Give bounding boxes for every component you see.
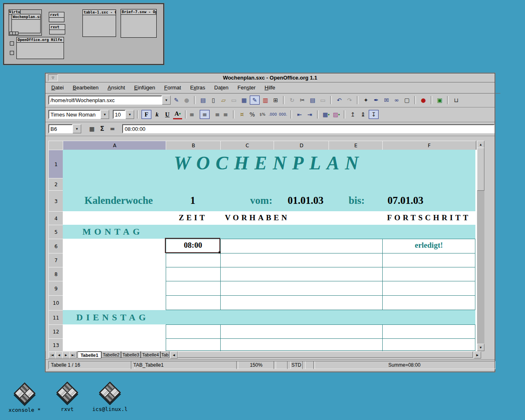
column-header-F[interactable]: F <box>382 141 476 151</box>
print-icon[interactable]: ⊞ <box>271 96 280 104</box>
save-all-icon[interactable]: ▦ <box>240 96 249 104</box>
record-icon[interactable]: ● <box>419 96 428 104</box>
row-header-2[interactable]: 2 <box>48 178 64 191</box>
row-header-5[interactable]: 5 <box>48 225 64 240</box>
standard-format-icon[interactable]: $% <box>258 110 267 119</box>
scroll-down-button[interactable]: ▼ <box>477 344 484 351</box>
vertical-scroll-thumb[interactable] <box>477 148 484 191</box>
stylist-icon[interactable]: ✒ <box>372 96 381 104</box>
navigator-icon[interactable]: ✦ <box>361 96 370 104</box>
last-sheet-button[interactable]: ▶| <box>69 352 77 358</box>
title-bar[interactable]: ▽ Wochenplan.sxc - OpenOffice.org 1.1 <box>46 73 495 82</box>
next-sheet-button[interactable]: ▶ <box>62 352 70 358</box>
status-sum[interactable]: Summe=08:00 <box>313 361 495 369</box>
desktop-icon-xconsole[interactable]: xconsole * <box>7 382 43 413</box>
redo-icon[interactable]: ↷ <box>345 96 354 104</box>
column-header-A[interactable]: A <box>63 141 167 151</box>
row-header-13[interactable]: 13 <box>48 338 64 352</box>
row-header-3[interactable]: 3 <box>48 190 64 212</box>
align-center-button[interactable]: ≡ <box>200 110 210 119</box>
row-header-7[interactable]: 7 <box>48 253 64 268</box>
url-combo[interactable]: /home/rolf/Wochenplan.sxc ▼ <box>48 96 171 105</box>
borders-button[interactable]: ▦▾ <box>322 110 331 119</box>
edit-file-icon[interactable]: ✎ <box>172 96 181 104</box>
column-header-E[interactable]: E <box>329 141 383 151</box>
select-all-corner[interactable] <box>48 141 64 151</box>
tab-tabelle2[interactable]: Tabelle2 <box>101 352 121 358</box>
first-sheet-button[interactable]: |◀ <box>48 352 56 358</box>
cell-reference-combo[interactable]: B6 ▼ <box>48 124 81 133</box>
column-header-C[interactable]: C <box>220 141 274 151</box>
previous-sheet-button[interactable]: ◀ <box>55 352 63 358</box>
italic-button[interactable]: k <box>153 110 162 119</box>
menu-datei[interactable]: Datei <box>51 84 64 91</box>
function-wizard-icon[interactable]: ▦ <box>87 125 96 133</box>
hscroll-right-button[interactable]: ▶ <box>474 352 481 358</box>
hyperlink-icon[interactable]: ∞ <box>392 96 401 104</box>
pager-window-wochenplan-frame[interactable]: Virtu Wochenplan.sx <box>9 9 42 36</box>
export-pdf-icon[interactable]: ▥ <box>261 96 270 104</box>
percent-format-icon[interactable]: % <box>248 110 257 119</box>
save-document-icon[interactable]: ▭ <box>229 96 238 104</box>
horizontal-scrollbar[interactable] <box>178 352 473 358</box>
gallery-icon[interactable]: ▣ <box>435 96 444 104</box>
desktop-icon-rxvt[interactable]: rxvt <box>49 381 85 412</box>
column-header-B[interactable]: B <box>166 141 221 151</box>
add-decimal-icon[interactable]: .000 <box>268 110 277 119</box>
increase-indent-icon[interactable]: ⇥ <box>305 110 314 119</box>
pager-window-hilfe[interactable]: OpenOffice.org Hilfe - <box>16 37 64 59</box>
url-field[interactable]: /home/rolf/Wochenplan.sxc <box>48 96 162 105</box>
font-size-field[interactable]: 10 <box>113 110 126 119</box>
justify-button[interactable]: ≡ <box>221 110 230 119</box>
archive-icon[interactable]: ⊔ <box>452 96 461 104</box>
paste-icon[interactable]: ▭ <box>318 96 327 104</box>
row-header-1[interactable]: 1 <box>48 150 64 179</box>
pager-window-brief7[interactable]: Brief-7.sxw - Ope <box>121 9 157 38</box>
copy-icon[interactable]: ▤ <box>308 96 317 104</box>
font-color-button[interactable]: A▾ <box>173 110 182 119</box>
font-size-combo[interactable]: 10 ▼ <box>113 110 134 119</box>
menu-hilfe[interactable]: Hilfe <box>265 84 275 91</box>
cell-cursor[interactable] <box>165 238 220 253</box>
row-header-8[interactable]: 8 <box>48 267 64 282</box>
column-header-D[interactable]: D <box>274 141 329 151</box>
font-name-combo[interactable]: Times New Roman ▼ <box>48 110 109 119</box>
pager-window-wochenplan[interactable]: Wochenplan.sx <box>11 14 41 33</box>
cell-reference-field[interactable]: B6 <box>48 124 73 133</box>
virtual-desktop-pager[interactable]: Virtu Wochenplan.sx rxvt rxvt table-1.sx… <box>3 3 164 65</box>
cut-icon[interactable]: ✂ <box>298 96 307 104</box>
url-dropdown-button[interactable]: ▼ <box>162 96 171 105</box>
vertical-scrollbar[interactable]: ▲ ▼ <box>477 141 484 351</box>
mail-document-icon[interactable]: ✉ <box>382 96 391 104</box>
menu-bearbeiten[interactable]: Bearbeiten <box>73 84 98 91</box>
row-header-6[interactable]: 6 <box>48 239 64 254</box>
desktop-icon-linux-session[interactable]: ics@linux.l <box>92 381 128 412</box>
cell-reference-dropdown[interactable]: ▼ <box>73 124 81 133</box>
undo-icon[interactable]: ↶ <box>335 96 344 104</box>
valign-top-button[interactable]: ↥ <box>348 110 357 119</box>
row-header-12[interactable]: 12 <box>48 324 64 339</box>
pager-window-rxvt-1[interactable]: rxvt <box>49 12 64 22</box>
hscroll-left-button[interactable]: ◀ <box>170 352 178 358</box>
pager-window-table1[interactable]: table-1.sxc - Op <box>82 9 116 37</box>
align-left-button[interactable]: ≡ <box>189 110 199 119</box>
formula-input-line[interactable]: 08:00:00 <box>122 124 495 133</box>
background-color-button[interactable]: ▨▾ <box>332 110 341 119</box>
tab-tabelle3[interactable]: Tabelle3 <box>121 352 141 358</box>
tab-tabelle5-clipped[interactable]: Tab <box>160 352 169 358</box>
valign-bottom-button[interactable]: ↧ <box>369 110 379 119</box>
fill-handle[interactable] <box>219 251 221 253</box>
row-header-4[interactable]: 4 <box>48 211 64 226</box>
edit-mode-icon[interactable]: ✎ <box>250 96 260 105</box>
font-name-dropdown[interactable]: ▼ <box>100 110 109 119</box>
row-header-11[interactable]: 11 <box>48 310 64 325</box>
new-document-icon[interactable]: ▯ <box>209 96 218 104</box>
delete-decimal-icon[interactable]: 000. <box>278 110 288 119</box>
open-document-icon[interactable]: ▱ <box>219 96 228 104</box>
scroll-up-button[interactable]: ▲ <box>477 141 484 148</box>
menu-daten[interactable]: Daten <box>214 84 228 91</box>
font-name-field[interactable]: Times New Roman <box>48 110 100 119</box>
status-zoom[interactable]: 150% <box>236 361 276 369</box>
new-from-template-icon[interactable]: ▤ <box>199 96 208 104</box>
pager-desktop-button[interactable] <box>10 41 14 46</box>
